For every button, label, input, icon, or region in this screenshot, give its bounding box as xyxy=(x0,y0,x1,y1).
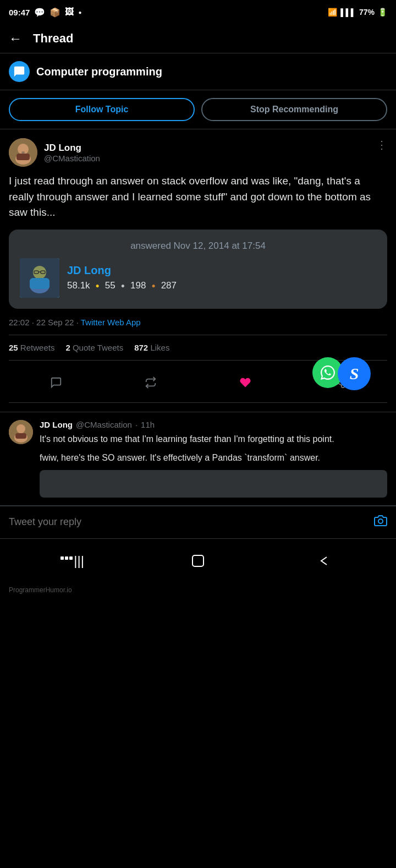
so-card: answered Nov 12, 2014 at 17:54 JD Long 5… xyxy=(9,230,387,309)
user-info: JD Long @CMastication xyxy=(44,143,100,163)
floating-icons: S xyxy=(312,357,371,390)
username: @CMastication xyxy=(44,154,100,163)
signal-icon: ▌▌▌ xyxy=(340,8,356,17)
stats-row: 25 Retweets 2 Quote Tweets 872 Likes xyxy=(9,335,387,361)
header: ← Thread xyxy=(0,24,396,53)
so-rep: 58.1k xyxy=(67,280,90,291)
topic-name: Computer programming xyxy=(36,65,162,78)
wifi-icon: 📶 xyxy=(328,8,337,17)
battery-percent: 77% xyxy=(359,8,375,17)
avatar[interactable] xyxy=(9,138,37,167)
dropbox-icon: 📦 xyxy=(50,7,61,18)
svg-point-21 xyxy=(378,519,383,523)
shazam-icon: S xyxy=(338,357,371,390)
so-stats: 58.1k ● 55 ● 198 ● 287 xyxy=(67,280,177,291)
battery-icon: 🔋 xyxy=(378,8,387,17)
tweet-header: JD Long @CMastication ⋮ xyxy=(9,138,387,167)
dot-indicator: ● xyxy=(78,9,81,15)
follow-topic-button[interactable]: Follow Topic xyxy=(9,98,195,121)
tweet-app-link[interactable]: Twitter Web App xyxy=(81,318,141,327)
svg-rect-8 xyxy=(30,278,50,289)
nav-back-button[interactable] xyxy=(311,548,337,574)
bottom-nav: ||| xyxy=(0,538,396,583)
quote-tweets-stat: 2 Quote Tweets xyxy=(65,343,123,352)
topic-buttons: Follow Topic Stop Recommending xyxy=(0,90,396,129)
gold-dot: ● xyxy=(96,282,100,290)
status-time: 09:47 xyxy=(9,8,30,17)
camera-icon[interactable] xyxy=(374,514,387,531)
so-silver: 198 xyxy=(130,280,146,291)
nav-menu-button[interactable]: ||| xyxy=(59,548,85,574)
reply-display-name: JD Long xyxy=(40,420,73,429)
action-row: S xyxy=(9,363,387,403)
retweets-stat: 25 Retweets xyxy=(9,343,54,352)
bronze-dot: ● xyxy=(151,282,155,290)
more-options-icon[interactable]: ⋮ xyxy=(376,138,387,151)
reply-time-value: 11h xyxy=(141,420,155,429)
topic-bar: Computer programming xyxy=(0,53,396,90)
reply-time: · xyxy=(135,420,138,429)
svg-point-6 xyxy=(33,266,46,279)
tweet-container: JD Long @CMastication ⋮ I just read thro… xyxy=(0,129,396,412)
reply-button[interactable] xyxy=(43,369,69,396)
like-button[interactable] xyxy=(232,369,258,396)
avatar-image xyxy=(9,138,37,167)
nav-home-button[interactable] xyxy=(185,548,211,574)
tweet-time: 22:02 xyxy=(9,318,30,327)
reply-text-1: It's not obvious to me that I'm learning… xyxy=(40,433,387,446)
so-user-details: JD Long 58.1k ● 55 ● 198 ● 287 xyxy=(67,264,177,291)
retweet-button[interactable] xyxy=(138,369,164,396)
svg-point-18 xyxy=(16,424,25,433)
silver-dot: ● xyxy=(121,282,125,290)
svg-rect-22 xyxy=(61,556,64,560)
status-left: 09:47 💬 📦 🖼 ● xyxy=(9,7,81,18)
topic-icon xyxy=(9,61,30,82)
likes-stat: 872 Likes xyxy=(134,343,169,352)
svg-rect-25 xyxy=(193,555,204,566)
reply-input[interactable] xyxy=(9,516,367,528)
status-bar: 09:47 💬 📦 🖼 ● 📶 ▌▌▌ 77% 🔋 xyxy=(0,0,396,24)
reply-input-bar xyxy=(0,506,396,538)
so-gold: 55 xyxy=(105,280,116,291)
so-bronze: 287 xyxy=(161,280,177,291)
reply-text-2: fwiw, here's the SO answer. It's effecti… xyxy=(40,451,387,465)
reply-content: JD Long @CMastication · 11h It's not obv… xyxy=(40,420,387,498)
back-button[interactable]: ← xyxy=(9,31,22,46)
stop-recommending-button[interactable]: Stop Recommending xyxy=(201,98,387,121)
watermark: ProgrammerHumor.io xyxy=(0,583,396,597)
status-right: 📶 ▌▌▌ 77% 🔋 xyxy=(328,8,387,17)
reply-avatar xyxy=(9,420,33,444)
tweet-date: 22 Sep 22 xyxy=(36,318,74,327)
so-avatar xyxy=(20,258,59,298)
display-name: JD Long xyxy=(44,143,100,154)
svg-rect-3 xyxy=(16,154,30,160)
tweet-meta: 22:02 · 22 Sep 22 · Twitter Web App xyxy=(9,318,387,327)
whatsapp-status-icon: 💬 xyxy=(34,7,45,18)
reply-header: JD Long @CMastication · 11h xyxy=(40,420,387,429)
reply-username: @CMastication xyxy=(76,420,132,429)
so-username: JD Long xyxy=(67,264,177,277)
page-title: Thread xyxy=(33,31,73,46)
svg-rect-20 xyxy=(15,433,26,439)
tweet-user: JD Long @CMastication xyxy=(9,138,100,167)
so-answered-text: answered Nov 12, 2014 at 17:54 xyxy=(20,241,376,252)
svg-rect-23 xyxy=(65,556,68,560)
gallery-icon: 🖼 xyxy=(65,7,74,17)
svg-rect-24 xyxy=(69,556,73,560)
so-user-row: JD Long 58.1k ● 55 ● 198 ● 287 xyxy=(20,258,376,298)
tweet-text: I just read through an answer on stack o… xyxy=(9,173,387,221)
svg-point-4 xyxy=(21,151,25,154)
reply-tweet: JD Long @CMastication · 11h It's not obv… xyxy=(0,412,396,506)
code-preview xyxy=(40,470,387,498)
